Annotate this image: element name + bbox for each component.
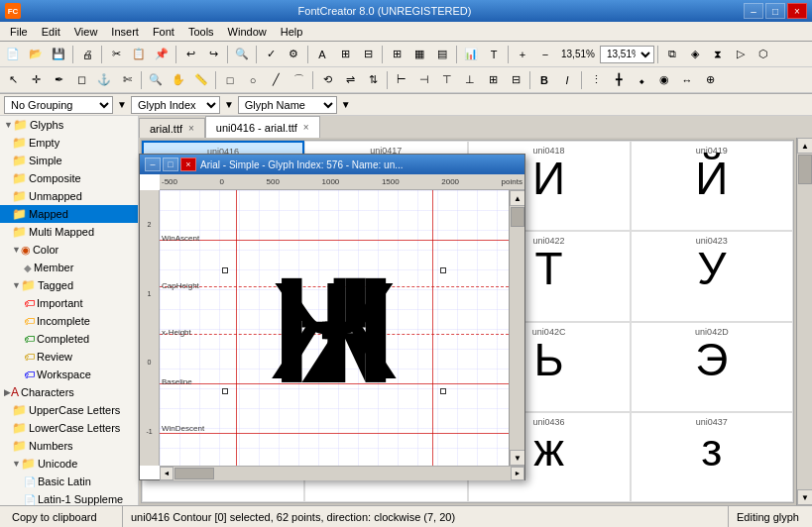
align-center-h-tool[interactable]: ⊞ (482, 69, 504, 91)
menu-tools[interactable]: Tools (182, 23, 220, 41)
menu-insert[interactable]: Insert (105, 23, 145, 41)
pen-tool[interactable]: ✒ (48, 69, 69, 91)
scroll-up-btn[interactable]: ▲ (797, 138, 812, 154)
tab-arial[interactable]: arial.ttf × (139, 118, 205, 138)
align-left-tool[interactable]: ⊢ (391, 69, 412, 91)
coord-tool[interactable]: ⊕ (699, 69, 721, 91)
zoom-out-button[interactable]: − (534, 44, 556, 65)
line-tool[interactable]: ╱ (265, 69, 287, 91)
minimize-button[interactable]: – (744, 3, 763, 19)
glyph-cell-uni042d[interactable]: uni042D Э (631, 322, 793, 412)
btn-c[interactable]: ⊟ (357, 44, 379, 65)
sidebar-item-basic-latin[interactable]: 📄 Basic Latin (0, 473, 138, 490)
handle-bl[interactable] (222, 388, 228, 394)
zoom-tool[interactable]: 🔍 (145, 69, 167, 91)
tab-uni0416-close[interactable]: × (303, 122, 309, 133)
tab-uni0416[interactable]: uni0416 - arial.ttf × (205, 116, 320, 138)
menu-font[interactable]: Font (147, 23, 180, 41)
test-button[interactable]: T (483, 44, 505, 65)
btn-extra3[interactable]: ⧗ (707, 44, 729, 65)
properties-button[interactable]: 📊 (460, 44, 482, 65)
sidebar-item-completed[interactable]: 🏷 Completed (0, 330, 138, 348)
validate-button[interactable]: ✓ (260, 44, 282, 65)
cut-button[interactable]: ✂ (105, 44, 127, 65)
sidebar-item-multi-mapped[interactable]: 📁 Multi Mapped (0, 223, 138, 241)
scroll-down-btn[interactable]: ▼ (797, 489, 812, 505)
menu-view[interactable]: View (68, 23, 104, 41)
menu-help[interactable]: Help (275, 23, 309, 41)
menu-file[interactable]: File (4, 23, 34, 41)
grid-button[interactable]: ⊞ (386, 44, 407, 65)
sidebar-item-important[interactable]: 🏷 Important (0, 294, 138, 312)
rect-tool[interactable]: □ (219, 69, 241, 91)
handle-tl[interactable] (222, 267, 228, 273)
flip-h-tool[interactable]: ⇌ (339, 69, 361, 91)
transform-tool[interactable]: ⟲ (316, 69, 338, 91)
sidebar-item-simple[interactable]: 📁 Simple (0, 152, 138, 169)
btn-extra1[interactable]: ⧉ (661, 44, 683, 65)
sidebar-item-unmapped[interactable]: 📁 Unmapped (0, 187, 138, 205)
save-button[interactable]: 💾 (48, 44, 69, 65)
sidebar-item-unicode[interactable]: ▼ 📁 Unicode (0, 455, 138, 473)
cleanup-button[interactable]: ⚙ (283, 44, 304, 65)
sidebar-item-mapped[interactable]: 📁 Mapped (0, 205, 138, 223)
scroll-thumb[interactable] (798, 155, 812, 184)
sidebar-item-numbers[interactable]: 📁 Numbers (0, 437, 138, 455)
sidebearing-tool[interactable]: ↔ (676, 69, 698, 91)
sidebar-item-incomplete[interactable]: 🏷 Incomplete (0, 312, 138, 330)
sidebar-item-empty[interactable]: 📁 Empty (0, 134, 138, 152)
maximize-button[interactable]: □ (765, 3, 785, 19)
editor-scroll-thumb[interactable] (511, 207, 524, 227)
layout-button[interactable]: ▤ (431, 44, 453, 65)
btn-extra5[interactable]: ⬡ (753, 44, 774, 65)
paste-button[interactable]: 📌 (151, 44, 173, 65)
find-button[interactable]: 🔍 (231, 44, 253, 65)
sidebar-item-lowercase[interactable]: 📁 LowerCase Letters (0, 419, 138, 437)
editor-scrollbar-h[interactable]: ◄ ► (160, 466, 524, 479)
glyph-cell-uni0437[interactable]: uni0437 з (631, 412, 793, 502)
grouping-select[interactable]: No Grouping (4, 96, 113, 114)
sidebar-item-workspace[interactable]: 🏷 Workspace (0, 366, 138, 383)
sidebar-item-uppercase[interactable]: 📁 UpperCase Letters (0, 401, 138, 419)
print-button[interactable]: 🖨 (76, 44, 98, 65)
close-button[interactable]: × (787, 3, 807, 19)
glyph-cell-uni0423[interactable]: uni0423 У (631, 231, 793, 321)
new-button[interactable]: 📄 (2, 44, 24, 65)
sidebar-item-characters[interactable]: ▶ A Characters (0, 383, 138, 401)
select-tool[interactable]: ↖ (2, 69, 24, 91)
redo-button[interactable]: ↪ (202, 44, 224, 65)
oval-tool[interactable]: ○ (242, 69, 264, 91)
sidebar-item-glyphs[interactable]: ▼ 📁 Glyphs (0, 116, 138, 134)
open-button[interactable]: 📂 (25, 44, 47, 65)
btn-b[interactable]: ⊞ (334, 44, 356, 65)
pointer-tool[interactable]: ✛ (25, 69, 47, 91)
curve-tool[interactable]: ⌒ (288, 69, 309, 91)
zoom-combo[interactable]: 13,51% (600, 46, 654, 63)
sidebar-item-latin1[interactable]: 📄 Latin-1 Suppleme (0, 490, 138, 505)
guide-tool[interactable]: ╋ (608, 69, 630, 91)
zoom-in-button[interactable]: + (512, 44, 533, 65)
tab-arial-close[interactable]: × (188, 123, 194, 134)
knife-tool[interactable]: ✄ (116, 69, 138, 91)
glyph-index-select[interactable]: Glyph Index (131, 96, 220, 114)
btn-a[interactable]: A (311, 44, 333, 65)
btn-extra4[interactable]: ▷ (730, 44, 752, 65)
menu-edit[interactable]: Edit (36, 23, 66, 41)
erase-tool[interactable]: ◻ (70, 69, 92, 91)
undo-button[interactable]: ↩ (179, 44, 201, 65)
editor-scroll-left-btn[interactable]: ◄ (160, 467, 174, 480)
handle-tr[interactable] (440, 267, 446, 273)
editor-scrollbar-v[interactable]: ▲ ▼ (509, 190, 524, 466)
sidebar-item-member[interactable]: ◆ Member (0, 259, 138, 276)
align-right-tool[interactable]: ⊣ (413, 69, 435, 91)
sidebar-item-composite[interactable]: 📁 Composite (0, 169, 138, 187)
btn-extra2[interactable]: ◈ (684, 44, 706, 65)
align-top-tool[interactable]: ⊤ (436, 69, 458, 91)
editor-minimize-btn[interactable]: – (145, 158, 161, 171)
editor-close-btn[interactable]: × (180, 158, 196, 171)
italic-tool[interactable]: I (556, 69, 578, 91)
hand-tool[interactable]: ✋ (168, 69, 189, 91)
anchor-tool[interactable]: ⚓ (93, 69, 115, 91)
editor-maximize-btn[interactable]: □ (163, 158, 178, 171)
editor-hscroll-thumb[interactable] (174, 468, 214, 479)
